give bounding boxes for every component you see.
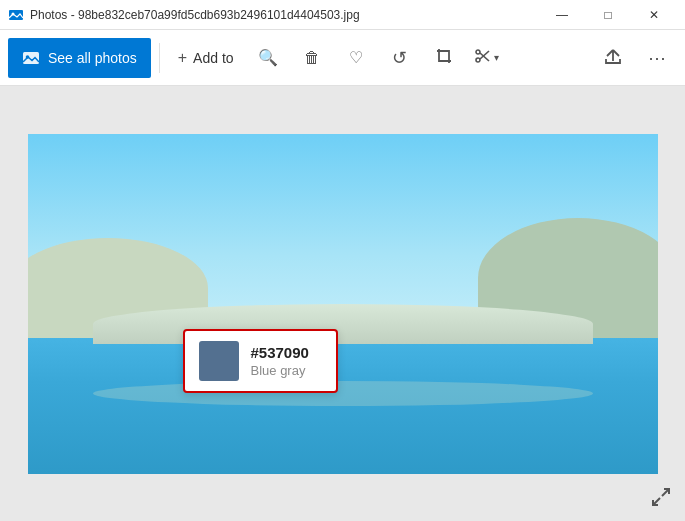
close-button[interactable]: ✕ <box>631 0 677 30</box>
rotate-icon: ↺ <box>392 47 407 69</box>
add-to-button[interactable]: + Add to <box>168 38 244 78</box>
toolbar-divider-1 <box>159 43 160 73</box>
expand-button[interactable] <box>647 485 675 513</box>
sandbar <box>93 304 593 344</box>
chevron-down-icon: ▾ <box>494 52 499 63</box>
rotate-button[interactable]: ↺ <box>380 38 420 78</box>
add-to-label: Add to <box>193 50 233 66</box>
expand-icon <box>650 486 672 513</box>
water-reflection <box>93 381 593 406</box>
crop-button[interactable] <box>424 38 464 78</box>
svg-rect-2 <box>23 52 39 64</box>
photo-scene: #537090 Blue gray <box>28 134 658 474</box>
zoom-button[interactable]: 🔍 <box>248 38 288 78</box>
color-name-value: Blue gray <box>251 363 309 378</box>
more-button[interactable]: ⋯ <box>637 38 677 78</box>
main-image-area: #537090 Blue gray <box>0 86 685 521</box>
more-icon: ⋯ <box>648 47 667 69</box>
title-bar: Photos - 98be832ceb70a99fd5cdb693b249610… <box>0 0 685 30</box>
color-swatch <box>199 341 239 381</box>
toolbar: See all photos + Add to 🔍 🗑 ♡ ↺ <box>0 30 685 86</box>
favorite-button[interactable]: ♡ <box>336 38 376 78</box>
share-icon <box>604 47 622 69</box>
photos-icon <box>22 49 40 67</box>
delete-icon: 🗑 <box>304 49 320 67</box>
title-bar-controls: — □ ✕ <box>539 0 677 30</box>
plus-icon: + <box>178 49 187 67</box>
svg-point-5 <box>476 50 480 54</box>
see-all-photos-button[interactable]: See all photos <box>8 38 151 78</box>
zoom-icon: 🔍 <box>258 48 278 67</box>
scissors-icon <box>474 47 492 69</box>
delete-button[interactable]: 🗑 <box>292 38 332 78</box>
title-bar-left: Photos - 98be832ceb70a99fd5cdb693b249610… <box>8 7 360 23</box>
color-info: #537090 Blue gray <box>251 344 309 378</box>
title-bar-text: Photos - 98be832ceb70a99fd5cdb693b249610… <box>30 8 360 22</box>
photos-app-icon <box>8 7 24 23</box>
color-tooltip: #537090 Blue gray <box>183 329 338 393</box>
heart-icon: ♡ <box>349 48 363 67</box>
svg-point-4 <box>476 58 480 62</box>
edit-button[interactable]: ▾ <box>468 38 505 78</box>
minimize-button[interactable]: — <box>539 0 585 30</box>
crop-icon <box>435 47 453 69</box>
see-all-photos-label: See all photos <box>48 50 137 66</box>
maximize-button[interactable]: □ <box>585 0 631 30</box>
color-hex-value: #537090 <box>251 344 309 361</box>
share-button[interactable] <box>593 38 633 78</box>
